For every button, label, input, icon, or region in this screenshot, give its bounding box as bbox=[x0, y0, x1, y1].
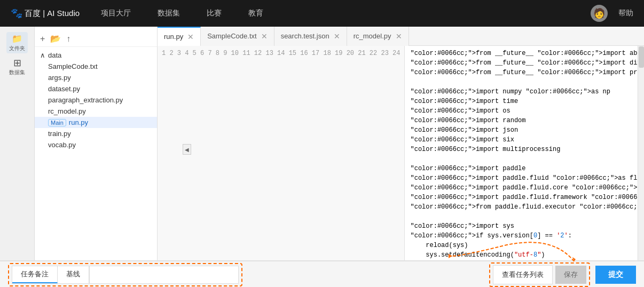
chevron-down-icon: ∧ bbox=[40, 51, 45, 59]
tab-label-runpy: run.py bbox=[164, 33, 183, 41]
file-vocab[interactable]: vocab.py bbox=[35, 139, 157, 150]
tab-samplecode[interactable]: SampleCode.txt ✕ bbox=[201, 27, 274, 46]
tab-searchtest[interactable]: search.test.json ✕ bbox=[274, 27, 347, 46]
nav-datasets[interactable]: 数据集 bbox=[158, 9, 180, 18]
new-file-button[interactable]: + bbox=[40, 34, 45, 44]
nav-competition[interactable]: 比赛 bbox=[207, 9, 222, 18]
tab-close-searchtest[interactable]: ✕ bbox=[334, 32, 340, 41]
grid-icon: ⊞ bbox=[13, 57, 21, 69]
file-train[interactable]: train.py bbox=[35, 128, 157, 139]
bottom-tabs: 任务备注 基线 bbox=[12, 266, 89, 284]
sidebar-files-label: 文件夹 bbox=[9, 45, 25, 52]
tab-label-searchtest: search.test.json bbox=[281, 32, 329, 40]
right-action-section: 查看任务列表 保存 bbox=[489, 262, 590, 287]
folder-label: data bbox=[48, 51, 61, 59]
task-input[interactable] bbox=[89, 266, 239, 284]
folder-data[interactable]: ∧ data bbox=[35, 50, 157, 61]
code-content[interactable]: "color:#0066cc;">from __future__ "color:… bbox=[405, 46, 638, 260]
tab-runpy[interactable]: run.py ✕ bbox=[158, 27, 201, 46]
file-label-samplecode: SampleCode.txt bbox=[48, 62, 98, 70]
top-navigation: 🐾 百度 | AI Studio 项目大厅 数据集 比赛 教育 🧑 帮助 bbox=[0, 0, 644, 27]
file-label-vocab: vocab.py bbox=[48, 141, 76, 149]
file-paragraph[interactable]: paragraph_extraction.py bbox=[35, 94, 157, 106]
main-tag: Main bbox=[48, 119, 66, 126]
collapse-panel-button[interactable]: ◀ bbox=[183, 144, 191, 155]
tab-label-samplecode: SampleCode.txt bbox=[207, 32, 257, 40]
nav-right: 🧑 帮助 bbox=[591, 5, 633, 22]
vertical-scrollbar[interactable] bbox=[638, 46, 644, 260]
bottom-tabs-section: 任务备注 基线 bbox=[8, 263, 242, 286]
tab-label-rcmodel: rc_model.py bbox=[354, 32, 391, 40]
file-runpy[interactable]: Main run.py bbox=[35, 117, 157, 128]
logo-text: 百度 | AI Studio bbox=[25, 9, 80, 19]
file-tree: + 📂 ↑ ∧ data SampleCode.txt args.py data… bbox=[35, 27, 158, 260]
tab-close-samplecode[interactable]: ✕ bbox=[261, 32, 268, 41]
editor-tabs: run.py ✕ SampleCode.txt ✕ search.test.js… bbox=[158, 27, 644, 46]
file-dataset[interactable]: dataset.py bbox=[35, 83, 157, 94]
nav-education[interactable]: 教育 bbox=[248, 9, 263, 18]
view-tasks-button[interactable]: 查看任务列表 bbox=[493, 265, 553, 284]
baidu-paw-icon: 🐾 bbox=[11, 7, 22, 19]
file-label-runpy: run.py bbox=[69, 118, 88, 126]
avatar[interactable]: 🧑 bbox=[591, 5, 608, 22]
scrollbar-thumb[interactable] bbox=[639, 46, 644, 68]
file-tree-header: + 📂 ↑ bbox=[35, 31, 157, 47]
nav-links: 项目大厅 数据集 比赛 教育 bbox=[101, 9, 591, 18]
nav-projects[interactable]: 项目大厅 bbox=[101, 9, 131, 18]
logo: 🐾 百度 | AI Studio bbox=[11, 7, 80, 19]
bottom-bar: 任务备注 基线 查看任务列表 保存 提交 bbox=[0, 260, 644, 287]
tab-close-runpy[interactable]: ✕ bbox=[187, 33, 194, 41]
file-args[interactable]: args.py bbox=[35, 72, 157, 83]
main-layout: 📁 文件夹 ⊞ 数据集 + 📂 ↑ ∧ data SampleCode.txt … bbox=[0, 27, 644, 260]
tab-close-rcmodel[interactable]: ✕ bbox=[396, 32, 402, 41]
upload-button[interactable]: ↑ bbox=[66, 34, 70, 44]
help-link[interactable]: 帮助 bbox=[618, 9, 633, 18]
sidebar: 📁 文件夹 ⊞ 数据集 bbox=[0, 27, 35, 260]
tab-rcmodel[interactable]: rc_model.py ✕ bbox=[347, 27, 409, 46]
file-label-rcmodel: rc_model.py bbox=[48, 107, 86, 115]
new-folder-button[interactable]: 📂 bbox=[50, 34, 61, 44]
editor-area: run.py ✕ SampleCode.txt ✕ search.test.js… bbox=[158, 27, 644, 260]
file-rcmodel[interactable]: rc_model.py bbox=[35, 106, 157, 117]
save-button[interactable]: 保存 bbox=[555, 266, 586, 284]
code-editor[interactable]: 1 2 3 4 5 6 7 8 9 10 11 12 13 14 15 16 1… bbox=[158, 46, 644, 260]
file-label-dataset: dataset.py bbox=[48, 85, 80, 93]
file-label-paragraph: paragraph_extraction.py bbox=[48, 96, 123, 104]
file-label-args: args.py bbox=[48, 74, 71, 82]
line-numbers: 1 2 3 4 5 6 7 8 9 10 11 12 13 14 15 16 1… bbox=[158, 46, 405, 260]
sidebar-datasets[interactable]: ⊞ 数据集 bbox=[6, 56, 28, 77]
dashed-right-group: 查看任务列表 保存 bbox=[489, 262, 590, 287]
file-label-train: train.py bbox=[48, 130, 71, 138]
tab-baseline[interactable]: 基线 bbox=[58, 266, 89, 283]
file-folder-icon: 📁 bbox=[12, 34, 22, 44]
file-samplecode[interactable]: SampleCode.txt bbox=[35, 61, 157, 72]
tab-task-notes[interactable]: 任务备注 bbox=[12, 266, 58, 283]
submit-button[interactable]: 提交 bbox=[595, 266, 636, 284]
sidebar-files[interactable]: 📁 文件夹 bbox=[6, 32, 28, 53]
sidebar-datasets-label: 数据集 bbox=[9, 69, 25, 76]
